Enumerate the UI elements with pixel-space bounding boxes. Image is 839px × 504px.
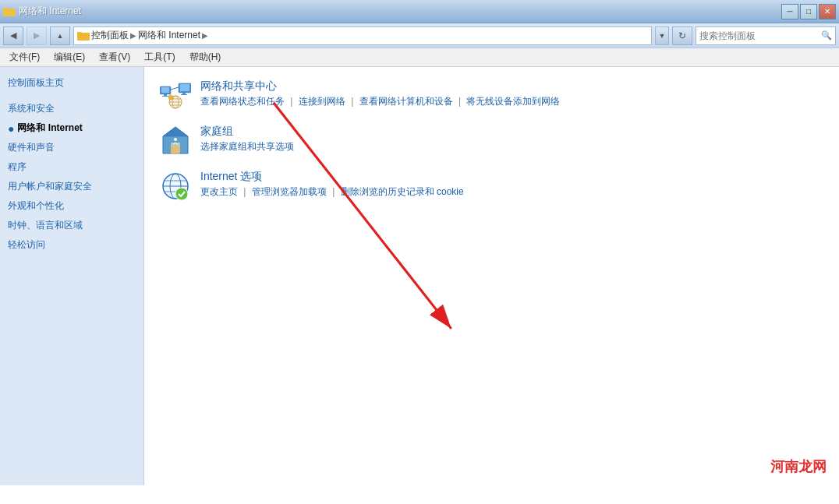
network-center-links: 查看网络状态和任务 | 连接到网络 | 查看网络计算机和设备 | 将无线设备添加… bbox=[200, 95, 823, 108]
content-area: 网络和共享中心 查看网络状态和任务 | 连接到网络 | 查看网络计算机和设备 |… bbox=[144, 67, 839, 485]
view-network-status-link[interactable]: 查看网络状态和任务 bbox=[200, 96, 285, 107]
forward-button[interactable]: ▶ bbox=[27, 26, 47, 45]
sidebar: 控制面板主页 系统和安全 ● 网络和 Internet 硬件和声音 程序 用户帐… bbox=[0, 67, 144, 485]
sidebar-item-appearance[interactable]: 外观和个性化 bbox=[0, 196, 143, 216]
menu-bar: 文件(F) 编辑(E) 查看(V) 工具(T) 帮助(H) bbox=[0, 48, 839, 67]
sidebar-item-home[interactable]: 控制面板主页 bbox=[0, 73, 143, 93]
view-network-computers-link[interactable]: 查看网络计算机和设备 bbox=[359, 96, 453, 107]
title-bar: 网络和 Internet ─ □ ✕ bbox=[0, 0, 839, 23]
menu-view[interactable]: 查看(V) bbox=[93, 49, 136, 65]
internet-options-icon bbox=[160, 170, 191, 201]
sidebar-item-accessibility[interactable]: 轻松访问 bbox=[0, 235, 143, 255]
svg-rect-5 bbox=[161, 87, 169, 93]
connect-to-network-link[interactable]: 连接到网络 bbox=[299, 96, 345, 107]
menu-tools[interactable]: 工具(T) bbox=[138, 49, 181, 65]
active-bullet: ● bbox=[8, 122, 14, 135]
sidebar-item-clock[interactable]: 时钟、语言和区域 bbox=[0, 216, 143, 235]
homegroup-item: 家庭组 选择家庭组和共享选项 bbox=[160, 125, 823, 156]
svg-rect-1 bbox=[3, 8, 9, 10]
sidebar-item-network[interactable]: 网络和 Internet bbox=[17, 122, 82, 135]
svg-rect-9 bbox=[180, 84, 189, 91]
internet-options-icon-svg bbox=[160, 171, 191, 200]
address-dropdown-button[interactable]: ▼ bbox=[655, 26, 669, 45]
address-bar: ◀ ▶ ▲ 控制面板 ▶ 网络和 Internet ▶ ▼ ↻ 🔍 bbox=[0, 23, 839, 48]
path-part-2: 网络和 Internet bbox=[138, 29, 200, 42]
svg-rect-11 bbox=[181, 94, 187, 95]
minimize-button[interactable]: ─ bbox=[781, 4, 798, 19]
up-button[interactable]: ▲ bbox=[50, 26, 70, 45]
title-bar-text: 网络和 Internet bbox=[19, 5, 81, 18]
path-part-1: 控制面板 bbox=[91, 29, 129, 42]
sep2: | bbox=[351, 96, 353, 107]
title-bar-buttons: ─ □ ✕ bbox=[781, 4, 836, 19]
sep5: | bbox=[332, 186, 335, 197]
network-center-item: 网络和共享中心 查看网络状态和任务 | 连接到网络 | 查看网络计算机和设备 |… bbox=[160, 79, 823, 111]
sidebar-item-programs[interactable]: 程序 bbox=[0, 157, 143, 177]
svg-rect-10 bbox=[182, 93, 186, 94]
internet-options-title[interactable]: Internet 选项 bbox=[200, 170, 823, 184]
homegroup-icon bbox=[160, 125, 191, 156]
homegroup-info: 家庭组 选择家庭组和共享选项 bbox=[200, 125, 823, 153]
svg-point-25 bbox=[174, 138, 177, 141]
sep4: | bbox=[243, 186, 246, 197]
svg-rect-6 bbox=[164, 94, 167, 96]
network-center-icon bbox=[160, 79, 191, 111]
path-arrow-1: ▶ bbox=[130, 31, 136, 40]
maximize-button[interactable]: □ bbox=[800, 4, 817, 19]
menu-file[interactable]: 文件(F) bbox=[3, 49, 46, 65]
path-arrow-2: ▶ bbox=[202, 31, 208, 40]
internet-options-item: Internet 选项 更改主页 | 管理浏览器加载项 | 删除浏览的历史记录和… bbox=[160, 170, 823, 201]
search-container: 🔍 bbox=[696, 26, 836, 45]
title-bar-left: 网络和 Internet bbox=[3, 5, 81, 18]
internet-options-info: Internet 选项 更改主页 | 管理浏览器加载项 | 删除浏览的历史记录和… bbox=[200, 170, 823, 199]
manage-addons-link[interactable]: 管理浏览器加载项 bbox=[252, 186, 327, 197]
sep1: | bbox=[290, 96, 292, 107]
homegroup-title[interactable]: 家庭组 bbox=[200, 125, 823, 139]
svg-line-12 bbox=[171, 87, 179, 90]
menu-edit[interactable]: 编辑(E) bbox=[48, 49, 91, 65]
sidebar-item-hardware[interactable]: 硬件和声音 bbox=[0, 138, 143, 157]
menu-help[interactable]: 帮助(H) bbox=[183, 49, 228, 65]
sidebar-item-system[interactable]: 系统和安全 bbox=[0, 99, 143, 118]
sidebar-item-accounts[interactable]: 用户帐户和家庭安全 bbox=[0, 177, 143, 196]
sep3: | bbox=[458, 96, 461, 107]
svg-point-31 bbox=[175, 188, 188, 200]
address-path[interactable]: 控制面板 ▶ 网络和 Internet ▶ bbox=[73, 26, 652, 45]
delete-history-link[interactable]: 删除浏览的历史记录和 cookie bbox=[341, 186, 464, 197]
close-button[interactable]: ✕ bbox=[819, 4, 836, 19]
svg-marker-21 bbox=[163, 127, 188, 136]
network-center-info: 网络和共享中心 查看网络状态和任务 | 连接到网络 | 查看网络计算机和设备 |… bbox=[200, 79, 823, 108]
svg-rect-7 bbox=[162, 96, 168, 97]
back-button[interactable]: ◀ bbox=[3, 26, 23, 45]
path-folder-icon bbox=[77, 30, 90, 41]
homegroup-links: 选择家庭组和共享选项 bbox=[200, 140, 823, 153]
network-center-title[interactable]: 网络和共享中心 bbox=[200, 79, 823, 93]
svg-rect-3 bbox=[77, 32, 82, 34]
add-wireless-device-link[interactable]: 将无线设备添加到网络 bbox=[466, 96, 560, 107]
homegroup-icon-svg bbox=[160, 125, 191, 155]
svg-rect-19 bbox=[169, 97, 172, 99]
search-input[interactable] bbox=[699, 30, 821, 41]
internet-options-links: 更改主页 | 管理浏览器加载项 | 删除浏览的历史记录和 cookie bbox=[200, 185, 823, 199]
sidebar-item-network-container: ● 网络和 Internet bbox=[0, 118, 143, 138]
folder-icon bbox=[3, 5, 16, 18]
network-sharing-icon bbox=[160, 80, 191, 110]
refresh-button[interactable]: ↻ bbox=[672, 26, 692, 45]
watermark: 河南龙网 bbox=[770, 457, 827, 476]
change-homepage-link[interactable]: 更改主页 bbox=[200, 186, 238, 197]
choose-homegroup-link[interactable]: 选择家庭组和共享选项 bbox=[200, 141, 294, 152]
search-icon: 🔍 bbox=[821, 30, 832, 41]
main-area: 控制面板主页 系统和安全 ● 网络和 Internet 硬件和声音 程序 用户帐… bbox=[0, 67, 839, 485]
